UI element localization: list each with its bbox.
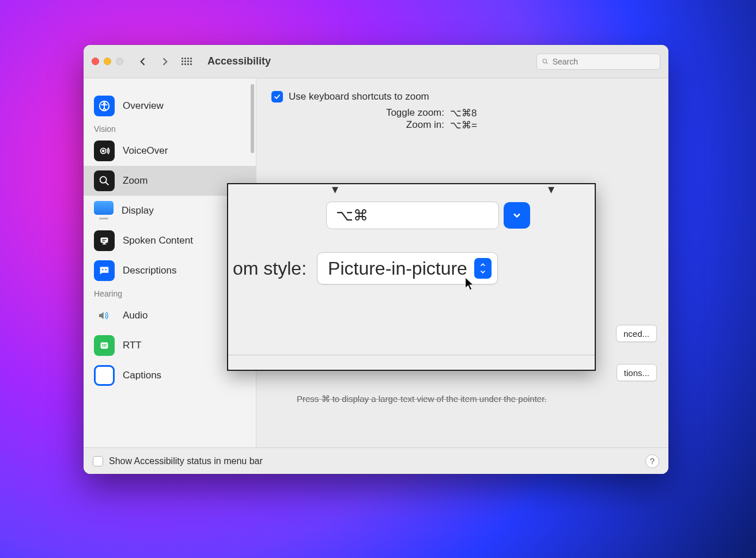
- advanced-button[interactable]: nced...: [616, 325, 657, 342]
- grid-icon: [182, 58, 192, 65]
- sidebar-item-label: Zoom: [123, 175, 148, 187]
- footer: Show Accessibility status in menu bar ?: [84, 447, 668, 474]
- svg-point-3: [104, 103, 105, 104]
- svg-rect-19: [105, 346, 107, 347]
- toggle-zoom-label: Toggle zoom:: [271, 107, 444, 119]
- spoken-content-icon: [94, 230, 115, 251]
- svg-rect-16: [105, 344, 107, 345]
- search-icon: [542, 58, 549, 66]
- modifier-row: ⌥⌘: [326, 202, 530, 229]
- chevron-down-icon: ▾: [332, 183, 338, 197]
- svg-rect-14: [102, 344, 103, 345]
- zoom-style-row: om style: Picture-in-picture: [233, 252, 498, 284]
- svg-rect-9: [102, 239, 106, 240]
- svg-point-11: [102, 269, 103, 270]
- svg-point-6: [100, 177, 107, 183]
- sidebar-item-label: Overview: [123, 100, 164, 112]
- sidebar-item-label: Spoken Content: [123, 235, 193, 246]
- descriptions-icon: [94, 260, 115, 281]
- modifier-key-field[interactable]: ⌥⌘: [326, 202, 499, 229]
- window-controls: [92, 58, 123, 65]
- back-button[interactable]: [135, 54, 151, 70]
- svg-point-5: [103, 150, 104, 152]
- zoom-style-label: om style:: [233, 258, 307, 279]
- svg-rect-10: [102, 241, 105, 241]
- zoom-in-value: ⌥⌘=: [450, 119, 477, 131]
- sidebar-section-vision: Vision: [84, 121, 256, 136]
- captions-icon: [94, 365, 115, 386]
- voiceover-icon: [94, 141, 115, 161]
- sidebar-item-overview[interactable]: Overview: [84, 91, 256, 121]
- rtt-icon: [94, 335, 115, 356]
- svg-line-1: [546, 62, 548, 64]
- sidebar-item-label: Display: [122, 205, 154, 217]
- all-prefs-button[interactable]: [179, 54, 195, 70]
- menu-bar-status-checkbox[interactable]: [93, 456, 103, 466]
- popup-stepper-icon: [474, 258, 492, 279]
- svg-point-12: [105, 269, 107, 270]
- forward-button[interactable]: [157, 54, 173, 70]
- pip-separator: [228, 355, 595, 355]
- sidebar-item-label: Descriptions: [123, 265, 177, 276]
- titlebar: Accessibility: [84, 45, 668, 78]
- fullscreen-window-button[interactable]: [116, 58, 123, 65]
- sidebar-item-label: VoiceOver: [123, 145, 168, 157]
- svg-rect-8: [101, 238, 108, 243]
- zoom-in-label: Zoom in:: [271, 119, 444, 131]
- display-icon: [94, 203, 114, 219]
- zoom-style-value: Picture-in-picture: [328, 258, 467, 279]
- window-title: Accessibility: [207, 55, 271, 67]
- search-field[interactable]: [536, 54, 660, 70]
- sidebar-scrollbar[interactable]: [251, 84, 254, 153]
- svg-rect-15: [104, 344, 105, 345]
- use-keyboard-shortcuts-label: Use keyboard shortcuts to zoom: [289, 91, 429, 103]
- close-window-button[interactable]: [92, 58, 99, 65]
- audio-icon: [94, 305, 115, 326]
- chevron-down-icon: ▾: [548, 183, 554, 197]
- minimize-window-button[interactable]: [104, 58, 111, 65]
- use-keyboard-shortcuts-checkbox[interactable]: [271, 91, 283, 103]
- zoom-icon: [94, 170, 115, 191]
- sidebar-item-label: RTT: [123, 340, 142, 351]
- svg-rect-18: [104, 346, 105, 347]
- help-button[interactable]: ?: [645, 454, 659, 468]
- use-keyboard-shortcuts-row: Use keyboard shortcuts to zoom: [271, 91, 653, 103]
- svg-rect-17: [102, 346, 103, 347]
- menu-bar-status-label: Show Accessibility status in menu bar: [109, 456, 263, 466]
- sidebar-item-voiceover[interactable]: VoiceOver: [84, 136, 256, 166]
- toggle-zoom-value: ⌥⌘8: [450, 107, 477, 119]
- sidebar-item-label: Audio: [123, 310, 148, 321]
- sidebar-item-label: Captions: [123, 370, 161, 381]
- cursor-icon: [464, 276, 475, 291]
- accessibility-icon: [94, 96, 115, 116]
- hover-text-hint: Press ⌘ to display a large-text view of …: [297, 394, 547, 404]
- pip-zoom-window[interactable]: ▾ ▾ ⌥⌘ om style: Picture-in-picture: [227, 183, 596, 371]
- svg-point-0: [543, 59, 546, 62]
- svg-line-7: [106, 183, 109, 185]
- modifier-key-dropdown[interactable]: [504, 202, 530, 229]
- search-input[interactable]: [553, 57, 655, 66]
- options-button[interactable]: tions...: [617, 364, 657, 381]
- shortcut-list: Toggle zoom: ⌥⌘8 Zoom in: ⌥⌘=: [271, 107, 653, 131]
